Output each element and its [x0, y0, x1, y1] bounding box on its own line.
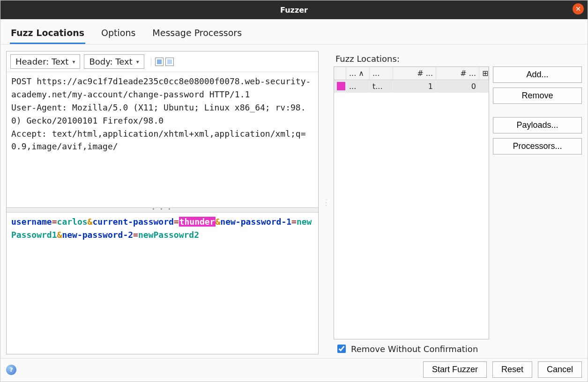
header-view-combo[interactable]: Header: Text ▾ [10, 54, 80, 69]
amp-op: & [57, 230, 62, 240]
cell-count-2: 0 [436, 80, 479, 93]
layout-toggle-group [151, 58, 174, 66]
param-key: new-password-1 [220, 217, 291, 227]
request-body-view[interactable]: username=carlos&current-password=thunder… [7, 213, 318, 354]
param-value: carlos [57, 217, 88, 227]
reset-button[interactable]: Reset [492, 361, 532, 378]
color-swatch [337, 82, 345, 90]
content-area: Header: Text ▾ Body: Text ▾ POST https:/… [0, 44, 588, 358]
horizontal-splitter[interactable]: • • • [7, 208, 318, 213]
remove-without-confirmation[interactable]: Remove Without Confirmation [334, 339, 582, 354]
vertical-splitter[interactable]: ··· [324, 51, 328, 354]
remove-without-confirmation-checkbox[interactable] [337, 345, 346, 353]
remove-without-confirmation-label: Remove Without Confirmation [351, 344, 478, 354]
header-view-combo-label: Header: Text [15, 57, 68, 66]
fuzz-locations-label: Fuzz Locations: [334, 51, 582, 66]
layout-combined-icon[interactable] [165, 58, 174, 66]
start-fuzzer-button[interactable]: Start Fuzzer [423, 361, 487, 378]
close-icon[interactable]: ✕ [573, 3, 584, 15]
table-body: ... t... 1 0 [334, 80, 489, 339]
equals-op: = [52, 217, 57, 227]
param-value: newPassowrd2 [138, 230, 199, 240]
body-view-combo-label: Body: Text [89, 57, 132, 66]
fuzz-locations-table[interactable]: ... ∧ ... # ... # ... ⊞ ... t... 1 0 [334, 66, 489, 339]
col-count-1[interactable]: # ... [393, 67, 436, 80]
equals-op: = [291, 217, 297, 227]
tab-bar: Fuzz Locations Options Message Processor… [0, 19, 588, 44]
request-header-view[interactable]: POST https://ac9c1f7d1eade235c0cc8e08000… [7, 72, 318, 208]
titlebar: Fuzzer ✕ [0, 0, 588, 19]
add-button[interactable]: Add... [493, 66, 582, 83]
message-toolbar: Header: Text ▾ Body: Text ▾ [7, 51, 318, 72]
amp-op: & [88, 217, 93, 227]
col-count-2[interactable]: # ... [436, 67, 479, 80]
param-key: current-password [92, 217, 173, 227]
equals-op: = [133, 230, 138, 240]
dialog-footer: ? Start Fuzzer Reset Cancel [0, 358, 588, 382]
tab-message-processors[interactable]: Message Processors [151, 25, 243, 44]
param-key: new-password-2 [62, 230, 133, 240]
fuzz-locations-panel: Fuzz Locations: ... ∧ ... # ... # ... ⊞ [334, 51, 582, 354]
chevron-down-icon: ▾ [136, 59, 139, 65]
layout-split-icon[interactable] [155, 58, 164, 66]
remove-button[interactable]: Remove [493, 88, 582, 104]
amp-op: & [216, 217, 221, 227]
cancel-button[interactable]: Cancel [538, 361, 582, 378]
table-row[interactable]: ... t... 1 0 [334, 80, 489, 93]
col-color[interactable] [334, 67, 346, 80]
fuzzer-dialog: Fuzzer ✕ Fuzz Locations Options Message … [0, 0, 588, 382]
table-columns-menu-icon[interactable]: ⊞ [479, 67, 489, 80]
tab-options[interactable]: Options [100, 25, 136, 44]
tab-fuzz-locations[interactable]: Fuzz Locations [10, 25, 85, 44]
cell-type: t... [370, 80, 393, 93]
fuzz-selection[interactable]: thunder [179, 217, 216, 227]
param-key: username [11, 217, 52, 227]
help-icon[interactable]: ? [6, 365, 16, 375]
processors-button[interactable]: Processors... [493, 138, 582, 154]
payloads-button[interactable]: Payloads... [493, 117, 582, 133]
cell-start: ... [346, 80, 370, 93]
col-start[interactable]: ... ∧ [346, 67, 370, 80]
body-view-combo[interactable]: Body: Text ▾ [84, 54, 144, 69]
equals-op: = [174, 217, 179, 227]
chevron-down-icon: ▾ [72, 59, 75, 65]
cell-count-1: 1 [393, 80, 436, 93]
window-title: Fuzzer [280, 6, 308, 15]
fuzz-locations-buttons: Add... Remove Payloads... Processors... [493, 66, 582, 339]
message-panel: Header: Text ▾ Body: Text ▾ POST https:/… [6, 51, 319, 354]
table-header[interactable]: ... ∧ ... # ... # ... ⊞ [334, 67, 489, 80]
col-type[interactable]: ... [370, 67, 393, 80]
